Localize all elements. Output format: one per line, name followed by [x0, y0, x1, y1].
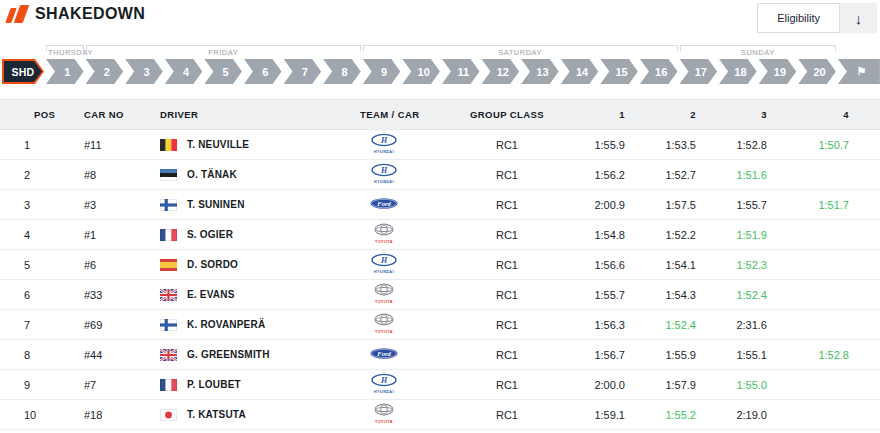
stage-tab-9[interactable]: 9 — [363, 59, 401, 84]
svg-text:H: H — [380, 256, 388, 265]
team-car-cell: Ford — [360, 193, 444, 216]
country-flag-icon-fi — [160, 199, 177, 211]
stage-tab-13[interactable]: 13 — [521, 59, 559, 84]
team-car-cell: HHYUNDAI — [360, 133, 444, 156]
svg-text:H: H — [380, 136, 388, 145]
team-car-cell: TOYOTA — [360, 283, 444, 306]
driver-cell[interactable]: E. EVANS — [160, 289, 360, 301]
column-header-1: 1 — [570, 109, 641, 120]
group-class-cell: RC1 — [444, 319, 570, 331]
stage-tab-shd-active[interactable]: SHD — [2, 59, 44, 84]
column-header-car-no: CAR NO — [84, 109, 160, 120]
header-controls: Eligibility ↓ — [757, 3, 877, 33]
hyundai-logo-icon: HHYUNDAI — [360, 253, 408, 274]
driver-cell[interactable]: O. TÄNAK — [160, 169, 360, 181]
table-row: 5 #6 D. SORDO HHYUNDAI RC1 1:56.6 1:54.1… — [0, 250, 880, 280]
toyota-logo-icon: TOYOTA — [360, 403, 408, 424]
eligibility-label: Eligibility — [777, 12, 820, 24]
driver-cell[interactable]: K. ROVANPERÄ — [160, 319, 360, 331]
column-header-driver: DRIVER — [160, 109, 360, 120]
run2-time-cell: 1:55.9 — [641, 349, 712, 361]
team-car-cell: HHYUNDAI — [360, 253, 444, 276]
stage-tab-10[interactable]: 10 — [402, 59, 440, 84]
stage-tab-1[interactable]: 1 — [46, 59, 84, 84]
driver-cell[interactable]: S. OGIER — [160, 229, 360, 241]
stage-tab-12[interactable]: 12 — [482, 59, 520, 84]
team-car-cell: HHYUNDAI — [360, 373, 444, 396]
group-class-cell: RC1 — [444, 229, 570, 241]
driver-cell[interactable]: T. KATSUTA — [160, 409, 360, 421]
driver-name: S. OGIER — [187, 229, 233, 240]
table-row: 8 #44 G. GREENSMITH Ford RC1 1:56.7 1:55… — [0, 340, 880, 370]
run3-time-cell: 1:51.6 — [712, 169, 783, 181]
run3-time-cell: 1:55.1 — [712, 349, 783, 361]
stage-tab-11[interactable]: 11 — [442, 59, 480, 84]
svg-text:HYUNDAI: HYUNDAI — [374, 390, 394, 394]
driver-name: E. EVANS — [187, 289, 235, 300]
stage-tab-5[interactable]: 5 — [204, 59, 242, 84]
driver-cell[interactable]: G. GREENSMITH — [160, 349, 360, 361]
download-arrow-icon: ↓ — [855, 10, 863, 27]
svg-text:TOYOTA: TOYOTA — [375, 330, 393, 334]
car-number-cell: #8 — [84, 169, 160, 181]
stage-tab-6[interactable]: 6 — [244, 59, 282, 84]
table-row: 6 #33 E. EVANS TOYOTA RC1 1:55.7 1:54.3 … — [0, 280, 880, 310]
stage-tab-19[interactable]: 19 — [759, 59, 797, 84]
stage-tab-18[interactable]: 18 — [719, 59, 757, 84]
table-row: 9 #7 P. LOUBET HHYUNDAI RC1 2:00.0 1:57.… — [0, 370, 880, 400]
stage-tab-2[interactable]: 2 — [86, 59, 124, 84]
group-class-cell: RC1 — [444, 139, 570, 151]
position-cell: 10 — [24, 409, 84, 421]
run2-time-cell: 1:52.2 — [641, 229, 712, 241]
stage-tab-8[interactable]: 8 — [323, 59, 361, 84]
toyota-logo-icon: TOYOTA — [360, 223, 408, 244]
driver-name: D. SORDO — [187, 259, 238, 270]
table-row: 7 #69 K. ROVANPERÄ TOYOTA RC1 1:56.3 1:5… — [0, 310, 880, 340]
shakedown-results-page: SHAKEDOWN Eligibility ↓ THURSDAYFRIDAYSA… — [0, 0, 880, 433]
group-class-cell: RC1 — [444, 289, 570, 301]
stage-tab-15[interactable]: 15 — [600, 59, 638, 84]
stage-tab-3[interactable]: 3 — [125, 59, 163, 84]
position-cell: 3 — [24, 199, 84, 211]
group-class-cell: RC1 — [444, 379, 570, 391]
run3-time-cell: 1:51.9 — [712, 229, 783, 241]
run1-time-cell: 1:55.9 — [570, 139, 641, 151]
team-car-cell: HHYUNDAI — [360, 163, 444, 186]
stage-tab-16[interactable]: 16 — [640, 59, 678, 84]
ford-logo-icon: Ford — [360, 193, 408, 214]
group-class-cell: RC1 — [444, 349, 570, 361]
stage-tab-20[interactable]: 20 — [798, 59, 836, 84]
column-header-4: 4 — [783, 109, 855, 120]
stage-tab-7[interactable]: 7 — [284, 59, 322, 84]
day-label: FRIDAY — [208, 48, 238, 57]
team-car-cell: TOYOTA — [360, 223, 444, 246]
car-number-cell: #69 — [84, 319, 160, 331]
toyota-logo-icon: TOYOTA — [360, 313, 408, 334]
driver-cell[interactable]: D. SORDO — [160, 259, 360, 271]
car-number-cell: #1 — [84, 229, 160, 241]
run1-time-cell: 1:56.7 — [570, 349, 641, 361]
run3-time-cell: 1:55.7 — [712, 199, 783, 211]
driver-cell[interactable]: T. SUNINEN — [160, 199, 360, 211]
stage-tab-4[interactable]: 4 — [165, 59, 203, 84]
driver-name: T. SUNINEN — [187, 199, 245, 210]
column-header-group-class: GROUP CLASS — [444, 109, 570, 120]
position-cell: 1 — [24, 139, 84, 151]
car-number-cell: #33 — [84, 289, 160, 301]
stage-tab-14[interactable]: 14 — [561, 59, 599, 84]
run2-time-cell: 1:52.4 — [641, 319, 712, 331]
stage-tab-17[interactable]: 17 — [680, 59, 718, 84]
stage-navigation: THURSDAYFRIDAYSATURDAYSUNDAY SHD12345678… — [0, 44, 880, 86]
run2-time-cell: 1:53.5 — [641, 139, 712, 151]
run1-time-cell: 1:56.6 — [570, 259, 641, 271]
svg-text:TOYOTA: TOYOTA — [375, 240, 393, 244]
table-row: 3 #3 T. SUNINEN Ford RC1 2:00.9 1:57.5 1… — [0, 190, 880, 220]
position-cell: 2 — [24, 169, 84, 181]
eligibility-button[interactable]: Eligibility — [757, 3, 840, 33]
download-button[interactable]: ↓ — [840, 3, 877, 33]
driver-cell[interactable]: T. NEUVILLE — [160, 139, 360, 151]
finish-flag-chevron[interactable]: ⚑ — [838, 59, 880, 84]
run2-time-cell: 1:52.7 — [641, 169, 712, 181]
country-flag-icon-jp — [160, 409, 177, 421]
driver-cell[interactable]: P. LOUBET — [160, 379, 360, 391]
